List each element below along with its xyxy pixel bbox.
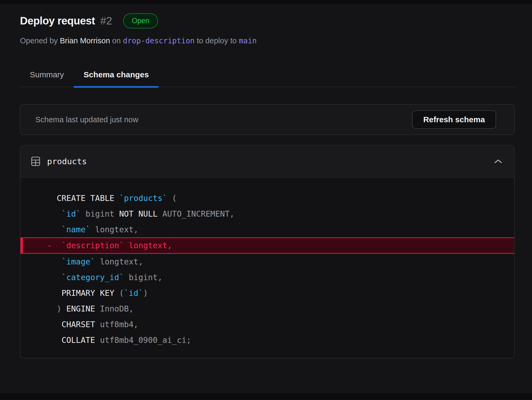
deploy-request-page: Deploy request #2 Open Opened by Brian M… bbox=[0, 0, 532, 359]
code-line: `category_id` bigint, bbox=[20, 270, 514, 285]
page-title: Deploy request bbox=[20, 15, 95, 27]
request-subtitle: Opened by Brian Morrison on drop-descrip… bbox=[20, 36, 515, 45]
tab-schema-changes[interactable]: Schema changes bbox=[74, 70, 159, 87]
table-icon bbox=[31, 157, 40, 166]
table-name: products bbox=[47, 157, 494, 166]
chevron-up-icon[interactable] bbox=[494, 159, 502, 164]
subtitle-connector: on bbox=[112, 36, 121, 45]
code-line: CREATE TABLE `products` ( bbox=[20, 190, 514, 206]
window-top-edge bbox=[0, 0, 532, 4]
page-header: Deploy request #2 Open bbox=[20, 13, 515, 28]
code-line: CHARSET utf8mb4, bbox=[20, 317, 514, 332]
code-line: `image` longtext, bbox=[20, 254, 514, 270]
request-number: #2 bbox=[100, 15, 112, 27]
removed-code-line: - `description` longtext, bbox=[20, 237, 514, 254]
author-name: Brian Morrison bbox=[60, 36, 110, 45]
schema-status-card: Schema last updated just now Refresh sch… bbox=[20, 104, 515, 135]
target-branch-link[interactable]: main bbox=[239, 36, 257, 45]
code-line: ) ENGINE InnoDB, bbox=[20, 301, 514, 317]
subtitle-middle: to deploy to bbox=[197, 36, 237, 45]
code-line: PRIMARY KEY (`id`) bbox=[20, 285, 514, 301]
refresh-schema-button[interactable]: Refresh schema bbox=[412, 110, 496, 129]
source-branch-link[interactable]: drop-description bbox=[123, 36, 195, 45]
subtitle-prefix: Opened by bbox=[20, 36, 58, 45]
code-line: `id` bigint NOT NULL AUTO_INCREMENT, bbox=[20, 206, 514, 222]
schema-table-card: products CREATE TABLE `products` ( `id` … bbox=[20, 145, 515, 359]
window-bottom-edge bbox=[0, 393, 532, 400]
table-card-header[interactable]: products bbox=[20, 146, 514, 178]
tab-bar: Summary Schema changes bbox=[20, 70, 515, 87]
code-line: COLLATE utf8mb4_0900_ai_ci; bbox=[20, 332, 514, 348]
code-line: `name` longtext, bbox=[20, 222, 514, 237]
create-table-statement: CREATE TABLE `products` ( `id` bigint NO… bbox=[20, 178, 514, 358]
status-badge: Open bbox=[123, 13, 158, 28]
tab-summary[interactable]: Summary bbox=[20, 70, 74, 87]
schema-status-text: Schema last updated just now bbox=[35, 115, 412, 124]
